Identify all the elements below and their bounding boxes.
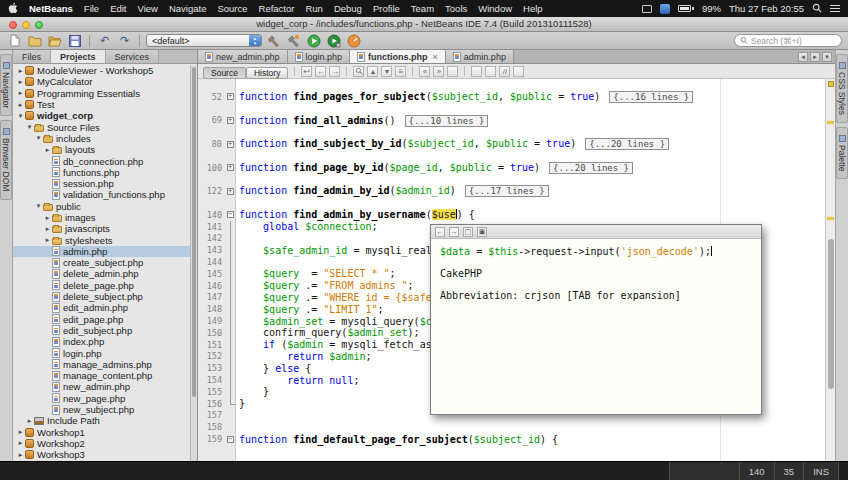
css-styles-rail-tab[interactable]: CSS Styles xyxy=(836,54,848,123)
tree-expander-icon[interactable]: ▾ xyxy=(25,123,34,131)
profile-project-button[interactable] xyxy=(345,33,362,48)
code-fold-box[interactable]: {...16 lines } xyxy=(609,91,693,103)
tree-expander-icon[interactable]: ▸ xyxy=(16,89,25,97)
shift-right-button[interactable] xyxy=(485,66,496,77)
zoom-window-button[interactable] xyxy=(35,21,43,29)
browser-dom-rail-tab[interactable]: Browser DOM xyxy=(0,120,12,199)
warning-mark[interactable] xyxy=(827,217,834,220)
tree-item-functions-php[interactable]: functions.php xyxy=(13,167,197,178)
tree-expander-icon[interactable]: ▸ xyxy=(43,225,52,233)
view-button-history[interactable]: History xyxy=(246,67,288,79)
editor-tab-admin-php[interactable]: admin.php xyxy=(446,50,514,63)
code-line-spacer[interactable] xyxy=(198,174,825,186)
panel-tab-projects[interactable]: Projects xyxy=(51,50,106,63)
code-line-69[interactable]: 69+function find_all_admins() {...10 lin… xyxy=(198,115,825,127)
last-edit-position-button[interactable]: ↩ xyxy=(301,66,312,77)
code-line-122[interactable]: 122+function find_admin_by_id($admin_id)… xyxy=(198,185,825,197)
back-button[interactable]: ← xyxy=(315,66,326,77)
tree-item-test[interactable]: ▸Test xyxy=(13,99,197,110)
menu-help[interactable]: Help xyxy=(523,3,543,14)
tree-expander-icon[interactable]: ▾ xyxy=(34,202,43,210)
fold-collapsed-icon[interactable]: + xyxy=(227,188,234,195)
next-bookmark-button[interactable]: » xyxy=(433,66,444,77)
tree-item-public[interactable]: ▾public xyxy=(13,201,197,212)
tree-item-javascripts[interactable]: ▸javascripts xyxy=(13,223,197,234)
editor-tab-login-php[interactable]: login.php xyxy=(288,50,351,63)
previous-occurrence-button[interactable]: ▴ xyxy=(367,66,378,77)
tree-item-edit-subject-php[interactable]: edit_subject.php xyxy=(13,325,197,336)
menu-refactor[interactable]: Refactor xyxy=(259,3,295,14)
tree-item-workshop3[interactable]: ▸Workshop3 xyxy=(13,449,197,460)
find-selection-button[interactable] xyxy=(353,66,364,77)
undo-button[interactable]: ↶ xyxy=(96,33,113,48)
tree-expander-icon[interactable]: ▸ xyxy=(16,67,25,75)
tree-item-images[interactable]: ▸images xyxy=(13,212,197,223)
tree-expander-icon[interactable]: ▾ xyxy=(16,112,25,120)
tree-item-workshop2[interactable]: ▸Workshop2 xyxy=(13,438,197,449)
tree-item-index-php[interactable]: index.php xyxy=(13,336,197,347)
menu-navigate[interactable]: Navigate xyxy=(169,3,207,14)
tree-item-manage-content-php[interactable]: manage_content.php xyxy=(13,370,197,381)
scrollbar-thumb[interactable] xyxy=(828,239,834,389)
popup-external-browser-icon[interactable]: ▣ xyxy=(477,227,487,237)
code-line-80[interactable]: 80+function find_subject_by_id($subject_… xyxy=(198,138,825,150)
code-line-140[interactable]: 140−function find_admin_by_username($use… xyxy=(198,209,825,221)
menu-run[interactable]: Run xyxy=(305,3,322,14)
tree-expander-icon[interactable]: ▸ xyxy=(43,214,52,222)
tree-item-mycalculator[interactable]: ▸MyCalculator xyxy=(13,76,197,87)
code-line-158[interactable]: 158 xyxy=(198,421,825,433)
tree-item-source-files[interactable]: ▾Source Files xyxy=(13,121,197,132)
warning-mark[interactable] xyxy=(827,121,834,124)
code-line-100[interactable]: 100+function find_page_by_id($page_id, $… xyxy=(198,162,825,174)
configuration-select[interactable]: <default> ▴▾ xyxy=(146,34,262,47)
tree-item-db-connection-php[interactable]: db_connection.php xyxy=(13,155,197,166)
clean-build-button[interactable] xyxy=(285,33,302,48)
tree-item-new-page-php[interactable]: new_page.php xyxy=(13,393,197,404)
tree-expander-icon[interactable]: ▸ xyxy=(43,146,52,154)
code-line-spacer[interactable] xyxy=(198,126,825,138)
menu-team[interactable]: Team xyxy=(411,3,434,14)
menu-netbeans[interactable]: NetBeans xyxy=(29,3,73,14)
debug-project-button[interactable] xyxy=(325,33,342,48)
view-button-source[interactable]: Source xyxy=(203,67,246,79)
forward-button[interactable]: → xyxy=(329,66,340,77)
menu-debug[interactable]: Debug xyxy=(334,3,362,14)
tree-expander-icon[interactable]: ▾ xyxy=(34,134,43,142)
search-input[interactable] xyxy=(751,36,836,46)
tree-item-widget-corp[interactable]: ▾widget_corp xyxy=(13,110,197,121)
spotlight-icon[interactable] xyxy=(812,3,822,15)
editor-scrollbar[interactable] xyxy=(825,79,835,461)
menu-file[interactable]: File xyxy=(84,3,99,14)
build-project-button[interactable] xyxy=(265,33,282,48)
tree-item-delete-admin-php[interactable]: delete_admin.php xyxy=(13,268,197,279)
menu-window[interactable]: Window xyxy=(478,3,512,14)
navigator-rail-tab[interactable]: Navigator xyxy=(0,54,12,116)
close-tab-icon[interactable]: × xyxy=(433,52,438,62)
tree-item-includes[interactable]: ▾includes xyxy=(13,133,197,144)
tree-expander-icon[interactable]: ▸ xyxy=(25,417,34,425)
tree-item-create-subject-php[interactable]: create_subject.php xyxy=(13,257,197,268)
run-project-button[interactable] xyxy=(305,33,322,48)
tree-item-edit-admin-php[interactable]: edit_admin.php xyxy=(13,302,197,313)
redo-button[interactable]: ↷ xyxy=(116,33,133,48)
fold-collapsed-icon[interactable]: + xyxy=(227,141,234,148)
fold-collapsed-icon[interactable]: + xyxy=(227,93,234,100)
new-file-button[interactable] xyxy=(6,33,23,48)
panel-tab-services[interactable]: Services xyxy=(106,50,160,63)
tree-item-include-path[interactable]: ▸Include Path xyxy=(13,415,197,426)
scroll-tabs-right-icon[interactable]: ▸ xyxy=(810,52,820,62)
code-fold-box[interactable]: {...20 lines } xyxy=(549,162,633,174)
window-titlebar[interactable]: widget_corp - /includes/functions.php - … xyxy=(0,17,848,32)
menu-profile[interactable]: Profile xyxy=(373,3,400,14)
tree-item-stylesheets[interactable]: ▸stylesheets xyxy=(13,234,197,245)
menu-source[interactable]: Source xyxy=(217,3,247,14)
tree-item-new-admin-php[interactable]: new_admin.php xyxy=(13,381,197,392)
code-line-spacer[interactable] xyxy=(198,103,825,115)
projects-tree-scrollbar[interactable] xyxy=(190,65,197,461)
code-line-52[interactable]: 52+function find_pages_for_subject($subj… xyxy=(198,91,825,103)
tree-item-edit-page-php[interactable]: edit_page.php xyxy=(13,314,197,325)
tree-item-programming-essentials[interactable]: ▸Programming Essentials xyxy=(13,88,197,99)
popup-back-icon[interactable]: ← xyxy=(435,227,445,237)
app-menu-extra-icon[interactable] xyxy=(660,4,670,14)
menu-view[interactable]: View xyxy=(138,3,158,14)
